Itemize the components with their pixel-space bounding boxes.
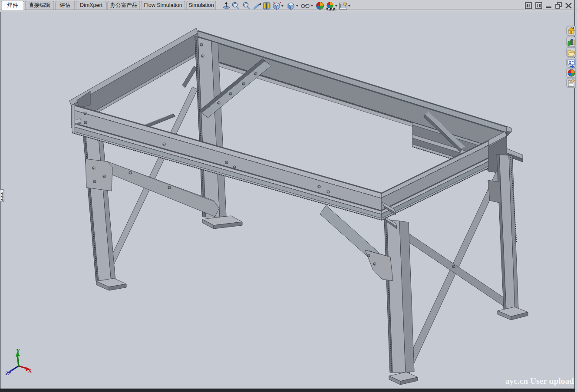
svg-text:评估: 评估 <box>60 2 71 8</box>
svg-text:Simulation: Simulation <box>188 2 214 8</box>
svg-text:直接编辑: 直接编辑 <box>29 2 50 8</box>
svg-text:DimXpert: DimXpert <box>80 2 103 8</box>
svg-text:Z: Z <box>5 370 9 376</box>
svg-text:ayc.cn User upload: ayc.cn User upload <box>505 376 574 385</box>
svg-text:X: X <box>28 367 32 374</box>
svg-text:Flow Simulation: Flow Simulation <box>144 2 182 8</box>
svg-text:焊件: 焊件 <box>7 2 19 8</box>
svg-text:Y: Y <box>16 347 20 354</box>
svg-text:办公室产品: 办公室产品 <box>110 2 138 8</box>
